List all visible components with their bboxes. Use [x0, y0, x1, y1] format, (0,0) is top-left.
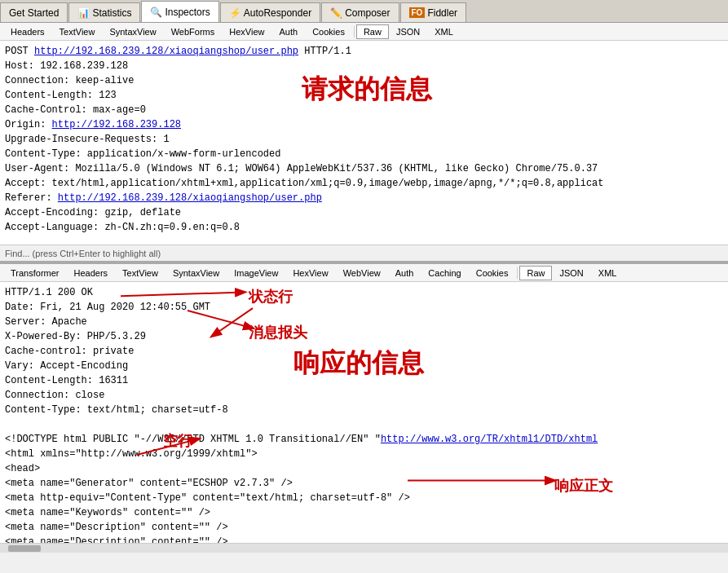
response-line-7: Connection: close: [5, 388, 723, 403]
request-line-8: User-Agent: Mozilla/5.0 (Windows NT 6.1;…: [5, 161, 723, 176]
request-content: POST http://192.168.239.128/xiaoqiangsho…: [0, 41, 728, 245]
res-tab-imageview[interactable]: ImageView: [227, 266, 285, 280]
request-line-12: Accept-Language: zh-CN.zh:q=0.9.en:q=0.8: [5, 220, 723, 235]
request-line-1: Host: 192.168.239.128: [5, 59, 723, 73]
tab-label: Composer: [345, 7, 390, 19]
res-tab-headers[interactable]: Headers: [67, 266, 116, 280]
req-tab-xml[interactable]: XML: [427, 24, 461, 39]
request-line-4: Cache-Control: max-age=0: [5, 103, 723, 117]
fiddler-icon: FO: [409, 7, 426, 18]
response-line-15: <meta name="Keywords" content="" />: [5, 505, 723, 520]
req-tab-syntaxview[interactable]: SyntaxView: [102, 24, 163, 39]
tab-inspectors[interactable]: 🔍 Inspectors: [141, 1, 218, 22]
res-tab-webview[interactable]: WebView: [336, 266, 388, 280]
request-line-5: Origin: http://192.168.239.128: [5, 117, 723, 132]
tab-get-started[interactable]: Get Started: [0, 2, 68, 22]
tab-label: Get Started: [9, 7, 59, 19]
req-tab-auth[interactable]: Auth: [272, 24, 306, 39]
response-line-12: <head>: [5, 461, 723, 476]
res-tab-transformer[interactable]: Transformer: [3, 266, 67, 280]
response-line-0: HTTP/1.1 200 OK: [5, 285, 723, 300]
req-tab-headers[interactable]: Headers: [3, 24, 52, 39]
response-line-8: Content-Type: text/html; charset=utf-8: [5, 403, 723, 417]
response-line-2: Server: Apache: [5, 315, 723, 329]
req-tab-textview[interactable]: TextView: [52, 24, 103, 39]
divider: [354, 26, 355, 37]
request-line-10: Referer: http://192.168.239.128/xiaoqian…: [5, 191, 723, 205]
res-tab-auth[interactable]: Auth: [388, 266, 421, 280]
request-url-link[interactable]: http://192.168.239.128/xiaoqiangshop/use…: [34, 46, 298, 57]
request-sub-tab-bar: Headers TextView SyntaxView WebForms Hex…: [0, 23, 728, 41]
req-tab-raw[interactable]: Raw: [356, 24, 389, 39]
tab-statistics[interactable]: 📊 Statistics: [68, 2, 140, 22]
response-line-14: <meta http-equiv="Content-Type" content=…: [5, 491, 723, 505]
request-line-7: Content-Type: application/x-www-form-url…: [5, 147, 723, 161]
response-line-4: Cache-control: private: [5, 344, 723, 359]
response-line-1: Date: Fri, 21 Aug 2020 12:40:55 GMT: [5, 300, 723, 315]
req-tab-cookies[interactable]: Cookies: [305, 24, 352, 39]
response-sub-tab-bar: Transformer Headers TextView SyntaxView …: [0, 264, 728, 282]
res-tab-xml[interactable]: XML: [591, 266, 624, 280]
res-tab-raw[interactable]: Raw: [519, 266, 552, 280]
request-line-0: POST http://192.168.239.128/xiaoqiangsho…: [5, 44, 723, 59]
response-line-9: [5, 417, 723, 432]
response-line-5: Vary: Accept-Encoding: [5, 359, 723, 373]
res-tab-caching[interactable]: Caching: [421, 266, 468, 280]
tab-autoresponder[interactable]: ⚡ AutoResponder: [220, 2, 320, 22]
req-tab-hexview[interactable]: HexView: [222, 24, 271, 39]
horizontal-scrollbar[interactable]: [0, 543, 728, 553]
response-content: HTTP/1.1 200 OK Date: Fri, 21 Aug 2020 1…: [0, 282, 728, 553]
find-hint: Find... (press Ctrl+Enter to highlight a…: [5, 249, 161, 258]
divider2: [517, 267, 518, 279]
statistics-icon: 📊: [77, 7, 90, 19]
response-pane: Transformer Headers TextView SyntaxView …: [0, 264, 728, 553]
response-line-16: <meta name="Description" content="" />: [5, 520, 723, 535]
request-line-6: Upgrade-Insecure-Requests: 1: [5, 132, 723, 147]
res-tab-hexview[interactable]: HexView: [285, 266, 335, 280]
response-line-13: <meta name="Generator" content="ECSHOP v…: [5, 476, 723, 491]
response-line-10: <!DOCTYPE html PUBLIC "-//W3C//DTD XHTML…: [5, 432, 723, 447]
response-line-6: Content-Length: 16311: [5, 373, 723, 388]
res-tab-json[interactable]: JSON: [552, 266, 590, 280]
referer-link[interactable]: http://192.168.239.128/xiaoqiangshop/use…: [58, 192, 322, 204]
request-line-9: Accept: text/html,application/xhtml+xml,…: [5, 176, 723, 191]
response-line-3: X-Powered-By: PHP/5.3.29: [5, 329, 723, 344]
request-line-3: Content-Length: 123: [5, 88, 723, 103]
res-tab-textview[interactable]: TextView: [115, 266, 165, 280]
inspectors-icon: 🔍: [150, 7, 162, 18]
request-pane: Headers TextView SyntaxView WebForms Hex…: [0, 23, 728, 264]
req-tab-webforms[interactable]: WebForms: [164, 24, 223, 39]
tab-label: AutoResponder: [244, 7, 311, 19]
composer-icon: ✏️: [330, 7, 342, 19]
tab-composer[interactable]: ✏️ Composer: [321, 2, 399, 22]
request-find-bar: Find... (press Ctrl+Enter to highlight a…: [0, 245, 728, 261]
tab-label: Statistics: [92, 7, 131, 19]
autoresponder-icon: ⚡: [229, 7, 241, 19]
res-tab-cookies[interactable]: Cookies: [469, 266, 516, 280]
main-tab-bar: Get Started 📊 Statistics 🔍 Inspectors ⚡ …: [0, 0, 728, 23]
scroll-thumb[interactable]: [8, 545, 41, 552]
tab-label: Fiddler: [427, 7, 457, 19]
request-line-2: Connection: keep-alive: [5, 73, 723, 88]
req-tab-json[interactable]: JSON: [389, 24, 427, 39]
tab-fiddler[interactable]: FO Fiddler: [400, 2, 467, 22]
res-tab-syntaxview[interactable]: SyntaxView: [165, 266, 227, 280]
request-line-11: Accept-Encoding: gzip, deflate: [5, 205, 723, 220]
tab-label: Inspectors: [165, 7, 210, 18]
response-line-11: <html xmlns="http://www.w3.org/1999/xhtm…: [5, 447, 723, 461]
doctype-link[interactable]: http://www.w3.org/TR/xhtml1/DTD/xhtml: [381, 434, 598, 445]
origin-link[interactable]: http://192.168.239.128: [52, 119, 181, 130]
